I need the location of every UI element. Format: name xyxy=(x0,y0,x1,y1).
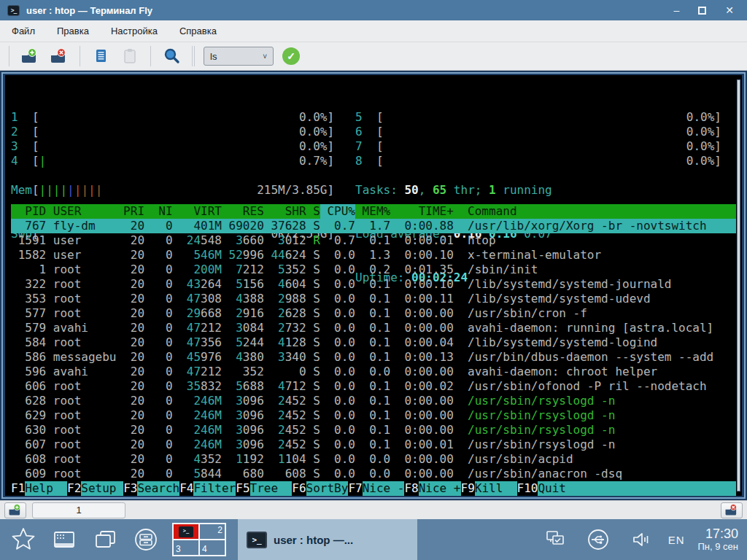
column-header-shr[interactable]: SHR xyxy=(264,204,306,219)
cpu-cell: 0.0 xyxy=(320,335,355,350)
process-row[interactable]: 609root2005844680608S0.00.00:00.00/usr/s… xyxy=(11,467,736,481)
state-cell: S xyxy=(306,394,320,408)
paste-button[interactable] xyxy=(118,45,142,67)
maximize-icon[interactable] xyxy=(698,7,706,15)
tabbar-new-tab-button[interactable] xyxy=(4,502,26,518)
process-table-header[interactable]: PIDUSERPRINIVIRTRESSHRSCPU%MEM%TIME+Comm… xyxy=(11,204,736,219)
keyboard-layout-indicator[interactable]: EN xyxy=(668,534,685,546)
mem-bar: | xyxy=(46,183,53,197)
menu-settings[interactable]: Настройка xyxy=(111,26,158,36)
copy-button[interactable] xyxy=(89,45,112,67)
process-row[interactable]: 586messagebu2004597643803340S0.00.10:00.… xyxy=(11,350,736,365)
command-cell: /lib/systemd/systemd-logind xyxy=(454,335,736,350)
chevron-down-icon: ˅ xyxy=(263,52,267,61)
new-tab-button[interactable] xyxy=(18,45,42,67)
column-header-cpu[interactable]: CPU% xyxy=(320,204,355,219)
volume-tray-button[interactable] xyxy=(626,525,655,554)
new-tab-folder-icon xyxy=(8,504,23,516)
process-row[interactable]: 628root200246M30962452S0.00.10:00.00/usr… xyxy=(11,394,736,408)
titlebar[interactable]: >_ user : htop — Терминал Fly – ✕ xyxy=(0,0,747,20)
function-key-f3[interactable]: F3Search xyxy=(123,481,179,496)
process-row[interactable]: 608root200435211921104S0.00.00:00.00/usr… xyxy=(11,452,736,467)
function-key-f7[interactable]: F7Nice - xyxy=(348,481,404,496)
storage-button[interactable] xyxy=(131,525,160,554)
process-row[interactable]: 322root2004326451564604S0.00.10:00.10/li… xyxy=(11,277,736,292)
menu-help[interactable]: Справка xyxy=(179,26,217,36)
run-command-button[interactable]: ✓ xyxy=(279,45,303,67)
column-header-time[interactable]: TIME+ xyxy=(390,204,454,219)
process-row[interactable]: 630root200246M30962452S0.00.10:00.00/usr… xyxy=(11,423,736,438)
state-cell: S xyxy=(306,219,320,233)
process-row[interactable]: 629root200246M30962452S0.00.10:00.00/usr… xyxy=(11,408,736,423)
menu-edit[interactable]: Правка xyxy=(57,26,89,36)
workspace-4[interactable]: 4 xyxy=(199,540,225,556)
virtual-keyboard-button[interactable] xyxy=(50,525,79,554)
system-tray: EN 17:30 Пн, 9 сен xyxy=(541,525,738,554)
state-cell: S xyxy=(306,452,320,467)
ni-cell: 0 xyxy=(144,379,173,394)
terminal-screen[interactable]: 1[0.0%]2[0.0%]3[0.0%]4[|0.7%] 5[0.0%]6[0… xyxy=(5,75,736,496)
process-row[interactable]: 596avahi200472123520S0.00.00:00.00avahi-… xyxy=(11,365,736,379)
ni-cell: 0 xyxy=(144,233,173,248)
process-row[interactable]: 579avahi2004721230842732S0.00.10:00.00av… xyxy=(11,321,736,335)
process-row[interactable]: 584root2004735652444128S0.00.10:00.04/li… xyxy=(11,335,736,350)
column-header-ni[interactable]: NI xyxy=(144,204,173,219)
pri-cell: 20 xyxy=(116,248,144,262)
process-row[interactable]: 1591user2002454836603012R0.70.10:00.01ht… xyxy=(11,233,736,248)
column-header-pri[interactable]: PRI xyxy=(116,204,144,219)
workspace-1[interactable]: >_ xyxy=(173,524,199,540)
taskbar-task-button[interactable]: >_ user : htop —... xyxy=(238,519,417,560)
function-key-f1[interactable]: F1Help xyxy=(11,481,67,496)
column-header-virt[interactable]: VIRT xyxy=(173,204,222,219)
minimize-icon[interactable]: – xyxy=(673,0,679,20)
search-button[interactable] xyxy=(160,45,183,67)
terminal-tab-1[interactable]: 1 xyxy=(32,502,125,518)
window-list-button[interactable] xyxy=(90,525,120,554)
close-tab-button[interactable] xyxy=(47,45,71,67)
column-header-pid[interactable]: PID xyxy=(11,204,46,219)
process-row[interactable]: 1582user200546M5299644624S0.01.30:00.10x… xyxy=(11,248,736,262)
workspace-3[interactable]: 3 xyxy=(173,540,199,556)
clock[interactable]: 17:30 Пн, 9 сен xyxy=(698,527,739,552)
process-row[interactable]: 606root2003583256884712S0.00.10:00.02/us… xyxy=(11,379,736,394)
close-icon[interactable]: ✕ xyxy=(725,0,734,20)
start-menu-button[interactable] xyxy=(9,525,38,554)
command-select[interactable]: ls ˅ xyxy=(204,47,274,66)
column-header-user[interactable]: USER xyxy=(46,204,116,219)
memory-value: 44624 xyxy=(264,248,306,262)
fkey-number: F1 xyxy=(11,481,25,496)
workspace-2[interactable]: 2 xyxy=(199,524,225,540)
function-key-f2[interactable]: F2Setup xyxy=(67,481,123,496)
memory-value: 47356 xyxy=(173,335,222,350)
function-key-f10[interactable]: F10Quit xyxy=(517,481,736,496)
menu-file[interactable]: Файл xyxy=(12,26,35,36)
time-cell: 0:00.00 xyxy=(390,306,454,321)
usb-tray-button[interactable] xyxy=(584,525,613,554)
function-key-f6[interactable]: F6SortBy xyxy=(292,481,348,496)
time-cell: 0:00.02 xyxy=(390,379,454,394)
memory-value: 47212 xyxy=(173,321,222,335)
tab-bar: 1 xyxy=(0,500,747,519)
memory-value: 1192 xyxy=(222,452,264,467)
process-row[interactable]: 767fly-dm200401M6902037628S0.71.70:00.88… xyxy=(11,219,736,233)
pri-cell: 20 xyxy=(116,350,144,365)
column-header-s[interactable]: S xyxy=(306,204,320,219)
user-cell: root xyxy=(46,379,116,394)
function-key-f4[interactable]: F4Filter xyxy=(179,481,236,496)
function-key-f5[interactable]: F5Tree xyxy=(236,481,292,496)
process-row[interactable]: 1root200200M72125352S0.00.20:01.35/sbin/… xyxy=(11,262,736,277)
memory-value: 1104 xyxy=(264,452,306,467)
process-row[interactable]: 353root2004730843882988S0.00.10:00.11/li… xyxy=(11,292,736,306)
function-key-f9[interactable]: F9Kill xyxy=(461,481,517,496)
process-row[interactable]: 607root200246M30962452S0.00.10:00.01/usr… xyxy=(11,438,736,452)
column-header-mem[interactable]: MEM% xyxy=(355,204,390,219)
cpu-cell: 0.0 xyxy=(320,467,355,481)
column-header-command[interactable]: Command xyxy=(454,204,736,219)
terminal-scrollbar[interactable] xyxy=(737,79,740,491)
workspace-switcher: >_234 xyxy=(172,523,226,556)
column-header-res[interactable]: RES xyxy=(222,204,264,219)
tabbar-close-tab-button[interactable] xyxy=(721,502,743,518)
network-tray-button[interactable] xyxy=(541,525,570,554)
function-key-f8[interactable]: F8Nice + xyxy=(404,481,460,496)
process-row[interactable]: 577root2002966829162628S0.00.10:00.00/us… xyxy=(11,306,736,321)
